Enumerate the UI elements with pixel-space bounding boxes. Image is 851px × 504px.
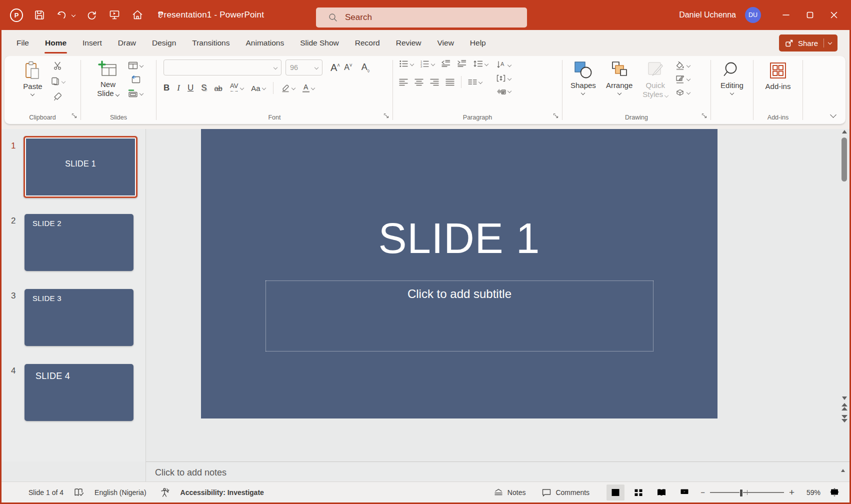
share-button[interactable]: Share [779, 34, 838, 52]
slide-indicator[interactable]: Slide 1 of 4 [26, 488, 66, 496]
arrange-chevron[interactable] [617, 91, 621, 95]
line-spacing-button[interactable] [473, 60, 488, 68]
slide-thumbnail-3[interactable]: SLIDE 3 [24, 289, 134, 346]
new-slide-button[interactable]: NewSlide [94, 60, 122, 99]
paragraph-dialog-launcher[interactable] [553, 112, 558, 120]
previous-slide-button[interactable] [842, 403, 848, 410]
paste-button[interactable]: Paste [20, 60, 45, 96]
character-spacing-button[interactable]: AV←→ [230, 84, 244, 92]
powerpoint-logo-icon[interactable]: P [10, 8, 23, 22]
clear-formatting-button[interactable]: A◊ [362, 62, 370, 74]
grow-font-button[interactable]: A˄ [330, 62, 340, 74]
cut-icon[interactable] [50, 61, 65, 70]
arrange-button[interactable]: Arrange [603, 60, 636, 96]
zoom-out-button[interactable]: − [700, 488, 705, 496]
underline-button[interactable]: U [188, 83, 194, 93]
tab-home[interactable]: Home [37, 30, 74, 56]
save-button[interactable] [33, 8, 46, 22]
maximize-button[interactable] [798, 0, 822, 30]
align-center-icon[interactable] [414, 78, 424, 86]
fit-slide-to-window-button[interactable] [826, 484, 844, 500]
collapse-ribbon-chevron[interactable] [831, 110, 836, 119]
language-indicator[interactable]: English (Nigeria) [92, 488, 149, 496]
slide-canvas[interactable]: SLIDE 1 Click to add subtitle [201, 129, 718, 418]
font-size-combobox[interactable]: 96 [286, 60, 322, 76]
zoom-in-button[interactable]: + [789, 488, 794, 497]
tab-transitions[interactable]: Transitions [184, 30, 238, 56]
align-left-icon[interactable] [399, 78, 408, 86]
font-dialog-launcher[interactable] [384, 112, 389, 120]
slide-layout-button[interactable] [128, 62, 143, 70]
search-box[interactable]: Search [316, 8, 527, 28]
shape-fill-button[interactable] [675, 61, 690, 70]
vertical-scrollbar[interactable] [840, 130, 848, 400]
scroll-up-arrow[interactable] [842, 130, 847, 134]
comments-toggle[interactable]: Comments [538, 488, 592, 497]
shape-effects-button[interactable] [675, 88, 690, 97]
tab-file[interactable]: File [8, 30, 37, 56]
tab-animations[interactable]: Animations [238, 30, 292, 56]
bullets-button[interactable] [399, 60, 414, 68]
shape-outline-button[interactable] [675, 74, 690, 84]
slide-thumbnail-4[interactable]: SLIDE 4 [24, 364, 134, 421]
accessibility-icon[interactable] [160, 488, 170, 498]
tab-design[interactable]: Design [144, 30, 184, 56]
notes-pane[interactable]: Click to add notes [146, 462, 850, 483]
tab-insert[interactable]: Insert [74, 30, 110, 56]
panel-divider[interactable] [146, 129, 146, 483]
shrink-font-button[interactable]: A˅ [344, 62, 352, 72]
align-text-button[interactable] [496, 74, 511, 82]
tab-review[interactable]: Review [388, 30, 430, 56]
new-slide-chevron[interactable] [116, 92, 120, 96]
shapes-chevron[interactable] [581, 91, 585, 95]
editing-chevron[interactable] [730, 91, 734, 95]
font-name-combobox[interactable] [164, 60, 282, 76]
paste-dropdown-chevron[interactable] [30, 92, 34, 96]
slide-thumbnail-1[interactable]: SLIDE 1 [24, 136, 138, 198]
zoom-slider-track[interactable] [710, 492, 784, 493]
accessibility-status[interactable]: Accessibility: Investigate [178, 488, 267, 496]
tab-draw[interactable]: Draw [110, 30, 144, 56]
next-slide-button[interactable] [842, 415, 848, 422]
bold-button[interactable]: B [164, 83, 170, 93]
section-button[interactable] [128, 89, 143, 98]
reset-slide-icon[interactable] [128, 75, 143, 84]
change-case-button[interactable]: Aa [251, 84, 265, 92]
subtitle-placeholder[interactable]: Click to add subtitle [266, 280, 654, 352]
zoom-slider-thumb[interactable] [740, 489, 743, 497]
format-painter-icon[interactable] [50, 92, 65, 102]
editing-button[interactable]: Editing [718, 60, 746, 96]
slide-thumbnail-2[interactable]: SLIDE 2 [24, 214, 134, 271]
slide-show-button[interactable] [676, 484, 694, 500]
shapes-button[interactable]: Shapes [568, 60, 599, 96]
text-shadow-button[interactable]: S [201, 83, 206, 93]
strikethrough-button[interactable]: ab [214, 84, 222, 92]
reading-view-button[interactable] [652, 484, 670, 500]
minimize-button[interactable] [774, 0, 798, 30]
notes-toggle[interactable]: Notes [490, 488, 529, 496]
drawing-dialog-launcher[interactable] [702, 112, 707, 120]
copy-button[interactable] [50, 76, 65, 86]
tab-view[interactable]: View [430, 30, 462, 56]
highlight-color-button[interactable] [281, 84, 295, 92]
numbering-button[interactable]: 123 [420, 60, 434, 68]
italic-button[interactable]: I [177, 83, 180, 93]
slide-sorter-view-button[interactable] [630, 484, 648, 500]
close-button[interactable] [822, 0, 846, 30]
spell-check-icon[interactable] [74, 488, 84, 498]
notes-placeholder[interactable]: Click to add notes [155, 468, 226, 478]
clipboard-dialog-launcher[interactable] [72, 112, 77, 120]
scroll-down-arrow[interactable] [842, 396, 847, 400]
tab-record[interactable]: Record [347, 30, 388, 56]
columns-button[interactable] [468, 79, 482, 86]
undo-dropdown-chevron[interactable] [72, 13, 76, 17]
start-slideshow-button[interactable] [108, 8, 121, 22]
home-icon[interactable] [131, 8, 144, 22]
justify-icon[interactable] [446, 78, 454, 86]
text-direction-button[interactable]: A [496, 60, 511, 70]
quick-styles-button[interactable]: QuickStyles [640, 60, 671, 100]
avatar[interactable]: DU [745, 7, 761, 23]
undo-button[interactable] [56, 8, 69, 22]
convert-to-smartart-button[interactable] [496, 87, 511, 95]
slide-title[interactable]: SLIDE 1 [201, 217, 718, 260]
